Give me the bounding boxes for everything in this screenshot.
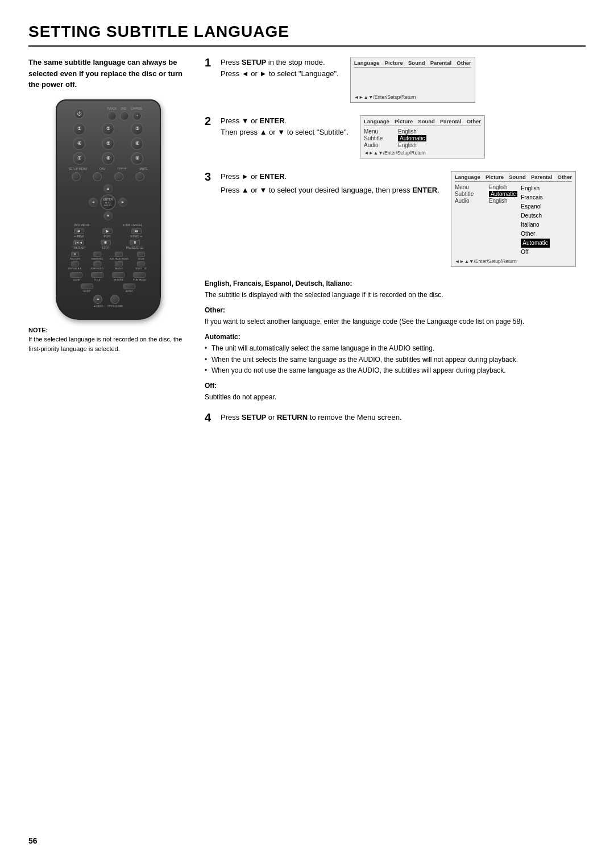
automatic-section-title: Automatic:	[205, 333, 586, 341]
automatic-bullet-3: When you do not use the same language as…	[205, 365, 586, 376]
pause-still-button[interactable]: ⏸ PAUSE/STILL	[126, 240, 144, 249]
return-button[interactable]	[112, 272, 125, 278]
nav-down[interactable]: ▼	[103, 211, 113, 220]
power-button[interactable]: ⏻	[74, 108, 84, 119]
subtitle-button[interactable]: SUBTITLE	[131, 261, 152, 270]
num-2[interactable]: ②	[102, 123, 114, 135]
step-2-period: .	[285, 116, 287, 125]
step-2-osd-header: Language Picture Sound Parental Other	[364, 118, 481, 126]
sections-block: English, Francais, Espanol, Deutsch, Ita…	[205, 279, 586, 403]
remote-labels: SETUP MENUOAVDISPLAYMUTE	[63, 167, 154, 170]
stop-button[interactable]: ■ STOP	[101, 240, 111, 249]
osd3-sound: Sound	[509, 174, 526, 180]
num-5[interactable]: ⑤	[102, 137, 114, 150]
step-1: 1 Press SETUP in the stop mode.Press ◄ o…	[205, 57, 586, 103]
osd3-italiano: Italiano	[521, 220, 549, 229]
nav-left[interactable]: ◄	[89, 198, 98, 207]
eject-button[interactable]: ⏏	[93, 295, 102, 304]
osd3-menu-label: Menu	[455, 184, 483, 190]
display-button[interactable]	[114, 172, 123, 181]
num-4[interactable]: ④	[73, 137, 85, 150]
index-button[interactable]: SUB PAGE INDEX	[109, 252, 130, 260]
title-button[interactable]	[91, 272, 103, 278]
step-3: 3 Press ► or ENTER. Press ▲ or ▼ to sele…	[205, 171, 586, 267]
osd2-subtitle-label: Subtitle	[364, 135, 392, 141]
step-2-then: Then press ▲ or ▼ to select "Subtitle".	[221, 128, 349, 136]
oav-button[interactable]	[93, 172, 102, 181]
osd2-menu-value: English	[398, 128, 417, 135]
osd2-audio-label: Audio	[364, 142, 392, 148]
rec-otr-button[interactable]: ● REC/OTR	[65, 252, 86, 260]
num-9[interactable]: ⑨	[131, 152, 143, 165]
zoom-button[interactable]	[70, 272, 82, 278]
mute-button[interactable]	[135, 172, 144, 181]
automatic-bullet-2: When the unit selects the same language …	[205, 354, 586, 365]
play-mode-button[interactable]	[133, 272, 146, 278]
step-1-number: 1	[205, 57, 214, 68]
step-3-osd: Language Picture Sound Parental Other Me…	[451, 171, 576, 267]
play-button[interactable]: ▶ PLAY	[102, 228, 113, 238]
slow-button[interactable]: SLOW	[131, 252, 152, 260]
step-4-text: Press SETUP or RETURN to remove the Menu…	[221, 412, 586, 423]
english-section-title: English, Francais, Espanol, Deutsch, Ita…	[205, 279, 586, 287]
osd3-off: Off	[521, 248, 549, 257]
step-3-number: 3	[205, 171, 214, 182]
nav-up[interactable]: ▲	[103, 184, 113, 193]
osd3-espanol: Espanol	[521, 202, 549, 211]
nav-right[interactable]: ►	[118, 198, 127, 207]
num-8[interactable]: ⑧	[102, 152, 114, 165]
step-2-text: Press ▼ or ENTER. Then press ▲ or ▼ to s…	[221, 115, 349, 137]
num-6[interactable]: ⑥	[131, 137, 143, 150]
angle-button[interactable]: ANGLE	[109, 261, 130, 270]
sleep-button[interactable]	[81, 283, 93, 289]
osd1-parental: Parental	[430, 60, 452, 66]
step-3-subtitle-row: Subtitle Automatic	[455, 191, 517, 197]
osd2-menu-label: Menu	[364, 128, 392, 135]
osd1-other: Other	[457, 60, 471, 66]
step-4-return: RETURN	[277, 413, 308, 422]
off-section-title: Off:	[205, 382, 586, 390]
step-4: 4 Press SETUP or RETURN to remove the Me…	[205, 412, 586, 425]
tvvcr-button[interactable]	[107, 111, 117, 120]
left-column: The same subtitle language can always be…	[28, 57, 188, 438]
small-btn-grid: ● REC/OTR TIMER REC SUB PAGE INDEX SLOW	[65, 252, 152, 260]
osd3-pic: Picture	[486, 174, 504, 180]
step-1-osd: Language Picture Sound Parental Other ◄►…	[350, 57, 475, 103]
round-btn-row: ZOOM TITLE RETURN PLAY MODE	[66, 272, 151, 281]
osd2-audio-value: English	[398, 142, 417, 148]
num-1[interactable]: ①	[73, 123, 85, 135]
step-3-osd-left: Menu English Subtitle Automatic Audio En…	[455, 184, 517, 257]
dvd-button[interactable]	[120, 111, 129, 120]
off-section-body: Subtitles do not appear.	[205, 392, 586, 403]
jump-hold-button[interactable]: JUMP/HOLD	[86, 261, 107, 270]
num-3[interactable]: ③	[131, 123, 143, 135]
audio-button[interactable]	[123, 283, 135, 289]
trk-skip-button[interactable]: |◄◄ TRK/SKIP	[72, 240, 85, 249]
note-body: If the selected language is not recorded…	[28, 335, 188, 353]
step-2-osd: Language Picture Sound Parental Other Me…	[360, 115, 485, 158]
rew-button[interactable]: ⏮ ⇐ REW	[74, 228, 84, 238]
page-title: SETTING SUBTITLE LANGUAGE	[28, 23, 586, 47]
osd2-subtitle-value: Automatic	[398, 135, 426, 141]
step-1-content: Press SETUP in the stop mode.Press ◄ or …	[221, 57, 586, 103]
osd1-sound: Sound	[408, 60, 425, 66]
other-section-title: Other:	[205, 306, 586, 314]
ch-up-button[interactable]: +	[132, 111, 142, 120]
automatic-bullet-list: The unit will automatically select the s…	[205, 343, 586, 376]
ffwd-button[interactable]: ⏭ F.FWD ⇒	[131, 228, 143, 238]
osd3-automatic: Automatic	[521, 239, 549, 248]
step-2-enter: ENTER	[260, 116, 285, 125]
osd2-parental: Parental	[440, 118, 462, 124]
enter-button[interactable]: ENTER TEXT/ MIX/TV	[100, 194, 116, 210]
repeat-ab-button[interactable]: REPEAT A-B	[65, 261, 86, 270]
eject-row: ⏏ ▲EJECT OPEN/ CLOSE	[63, 295, 154, 307]
step-2-subtitle-row: Subtitle Automatic	[364, 135, 481, 141]
step-3-content: Press ► or ENTER. Press ▲ or ▼ to select…	[221, 171, 586, 267]
osd3-subtitle-value: Automatic	[489, 191, 517, 197]
open-close-button[interactable]	[110, 295, 119, 304]
osd2-pic: Picture	[395, 118, 413, 124]
setup-menu-button[interactable]	[72, 172, 81, 181]
step-1-osd-header: Language Picture Sound Parental Other	[354, 60, 471, 68]
timer-rec-button[interactable]: TIMER REC	[86, 252, 107, 260]
num-7[interactable]: ⑦	[73, 152, 85, 165]
